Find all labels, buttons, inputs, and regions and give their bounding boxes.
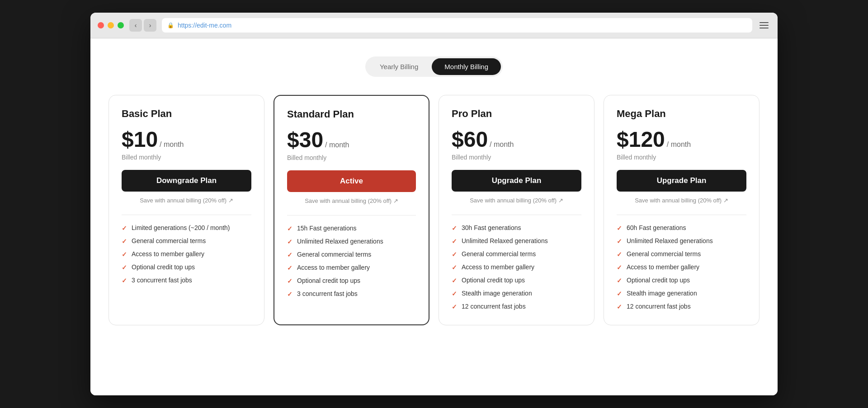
- plan-price: $10 / month: [122, 127, 251, 152]
- feature-text: Optional credit top ups: [132, 263, 195, 271]
- plan-price: $60 / month: [452, 127, 581, 152]
- feature-text: General commercial terms: [627, 250, 701, 258]
- check-icon: ✓: [617, 251, 622, 258]
- plan-action-button-standard[interactable]: Active: [287, 170, 416, 192]
- feature-text: Stealth image generation: [627, 290, 697, 297]
- features-list: ✓ 15h Fast generations ✓ Unlimited Relax…: [287, 225, 416, 298]
- feature-text: Access to member gallery: [132, 250, 204, 258]
- feature-item: ✓ Optional credit top ups: [122, 263, 251, 271]
- price-period: / month: [325, 141, 349, 149]
- feature-item: ✓ 3 concurrent fast jobs: [122, 277, 251, 284]
- features-list: ✓ 30h Fast generations ✓ Unlimited Relax…: [452, 224, 581, 310]
- check-icon: ✓: [617, 277, 622, 284]
- forward-button[interactable]: ›: [144, 19, 156, 32]
- nav-buttons: ‹ ›: [129, 19, 156, 32]
- feature-item: ✓ 12 concurrent fast jobs: [452, 303, 581, 310]
- save-text: Save with annual billing (20% off) ↗: [452, 197, 581, 204]
- plan-card-basic: Basic Plan $10 / month Billed monthly Do…: [108, 95, 264, 325]
- feature-text: Limited generations (~200 / month): [132, 224, 230, 231]
- feature-item: ✓ 12 concurrent fast jobs: [617, 303, 746, 310]
- feature-item: ✓ Access to member gallery: [452, 263, 581, 271]
- feature-item: ✓ 15h Fast generations: [287, 225, 416, 232]
- check-icon: ✓: [122, 251, 127, 258]
- check-icon: ✓: [617, 290, 622, 297]
- back-button[interactable]: ‹: [129, 19, 142, 32]
- price-amount: $10: [122, 127, 158, 152]
- feature-item: ✓ 3 concurrent fast jobs: [287, 290, 416, 298]
- save-text: Save with annual billing (20% off) ↗: [617, 197, 746, 204]
- browser-chrome: ‹ › 🔒 https://edit-me.com: [90, 13, 778, 38]
- feature-text: General commercial terms: [132, 237, 206, 244]
- plan-action-button-mega[interactable]: Upgrade Plan: [617, 170, 746, 192]
- feature-text: 30h Fast generations: [462, 224, 521, 231]
- feature-item: ✓ 60h Fast generations: [617, 224, 746, 232]
- check-icon: ✓: [287, 251, 292, 258]
- feature-text: Optional credit top ups: [297, 277, 360, 284]
- check-icon: ✓: [122, 277, 127, 284]
- plan-name: Mega Plan: [617, 108, 746, 120]
- feature-text: 3 concurrent fast jobs: [132, 277, 192, 284]
- feature-text: Unlimited Relaxed generations: [297, 238, 383, 245]
- monthly-billing-button[interactable]: Monthly Billing: [432, 58, 501, 75]
- minimize-button[interactable]: [108, 22, 114, 28]
- feature-text: 15h Fast generations: [297, 225, 357, 232]
- plan-action-button-basic[interactable]: Downgrade Plan: [122, 170, 251, 192]
- billed-text: Billed monthly: [287, 154, 416, 161]
- plan-card-standard: Standard Plan $30 / month Billed monthly…: [274, 95, 429, 325]
- feature-item: ✓ Optional credit top ups: [452, 277, 581, 284]
- check-icon: ✓: [287, 238, 292, 245]
- feature-text: 12 concurrent fast jobs: [627, 303, 691, 310]
- menu-line-1: [760, 22, 769, 23]
- check-icon: ✓: [452, 303, 457, 310]
- check-icon: ✓: [617, 225, 622, 232]
- url-text: https://edit-me.com: [178, 22, 231, 29]
- feature-item: ✓ Optional credit top ups: [617, 277, 746, 284]
- feature-item: ✓ Unlimited Relaxed generations: [287, 238, 416, 245]
- plan-price: $30 / month: [287, 127, 416, 152]
- plan-action-button-pro[interactable]: Upgrade Plan: [452, 170, 581, 192]
- address-bar[interactable]: 🔒 https://edit-me.com: [162, 18, 752, 33]
- check-icon: ✓: [617, 303, 622, 310]
- save-text: Save with annual billing (20% off) ↗: [122, 197, 251, 204]
- check-icon: ✓: [617, 238, 622, 245]
- maximize-button[interactable]: [118, 22, 124, 28]
- feature-item: ✓ General commercial terms: [122, 237, 251, 245]
- billed-text: Billed monthly: [452, 154, 581, 161]
- feature-text: Access to member gallery: [297, 264, 370, 271]
- feature-item: ✓ Limited generations (~200 / month): [122, 224, 251, 232]
- check-icon: ✓: [122, 225, 127, 232]
- check-icon: ✓: [452, 225, 457, 232]
- feature-text: 60h Fast generations: [627, 224, 686, 231]
- menu-line-2: [760, 25, 769, 26]
- feature-item: ✓ General commercial terms: [617, 250, 746, 258]
- check-icon: ✓: [122, 238, 127, 245]
- feature-item: ✓ Access to member gallery: [617, 263, 746, 271]
- features-list: ✓ Limited generations (~200 / month) ✓ G…: [122, 224, 251, 284]
- feature-item: ✓ 30h Fast generations: [452, 224, 581, 232]
- divider: [452, 215, 581, 215]
- feature-text: Unlimited Relaxed generations: [462, 237, 548, 244]
- check-icon: ✓: [287, 291, 292, 298]
- feature-text: Unlimited Relaxed generations: [627, 237, 713, 244]
- feature-item: ✓ Unlimited Relaxed generations: [617, 237, 746, 245]
- divider: [617, 215, 746, 215]
- menu-button[interactable]: [758, 19, 770, 32]
- feature-text: General commercial terms: [297, 251, 371, 258]
- browser-content: Yearly Billing Monthly Billing Basic Pla…: [90, 38, 778, 395]
- plan-card-mega: Mega Plan $120 / month Billed monthly Up…: [604, 95, 760, 325]
- price-period: / month: [160, 141, 184, 149]
- plan-name: Pro Plan: [452, 108, 581, 120]
- yearly-billing-button[interactable]: Yearly Billing: [367, 58, 431, 75]
- save-text: Save with annual billing (20% off) ↗: [287, 197, 416, 204]
- feature-item: ✓ Unlimited Relaxed generations: [452, 237, 581, 245]
- check-icon: ✓: [287, 225, 292, 232]
- feature-item: ✓ General commercial terms: [452, 250, 581, 258]
- traffic-lights: [98, 22, 124, 28]
- close-button[interactable]: [98, 22, 104, 28]
- lock-icon: 🔒: [167, 22, 174, 28]
- plan-name: Standard Plan: [287, 108, 416, 120]
- toggle-container: Yearly Billing Monthly Billing: [365, 56, 503, 77]
- feature-item: ✓ Optional credit top ups: [287, 277, 416, 285]
- price-period: / month: [490, 141, 514, 149]
- price-amount: $120: [617, 127, 665, 152]
